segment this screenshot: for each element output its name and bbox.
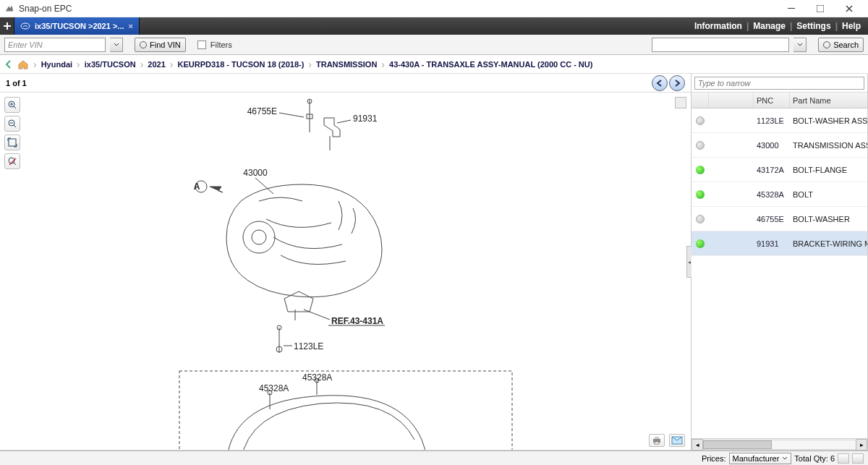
chevron-down-icon <box>114 43 119 47</box>
part-pnc: 1123LE <box>754 116 790 125</box>
window-close-button[interactable] <box>835 0 864 17</box>
prices-dropdown[interactable]: Manufacturer <box>729 453 792 464</box>
status-grid-button[interactable] <box>838 453 849 464</box>
parts-row[interactable]: 91931BRACKET-WIRING MTG <box>692 231 867 256</box>
diagram-options-button[interactable] <box>675 97 686 108</box>
print-button[interactable] <box>649 434 665 447</box>
search-icon <box>823 41 830 48</box>
tab-close-button[interactable]: × <box>129 22 133 30</box>
vin-dropdown-button[interactable] <box>110 38 123 52</box>
part-pnc: 91931 <box>754 239 790 248</box>
hyundai-tab-icon <box>20 22 30 30</box>
breadcrumb-item[interactable]: 43-430A - TRANSAXLE ASSY-MANUAL (2000 CC… <box>389 60 592 69</box>
status-export-button[interactable] <box>852 453 864 464</box>
home-icon[interactable] <box>17 59 29 70</box>
zoom-out-icon <box>7 119 17 129</box>
status-dot-icon <box>696 116 705 125</box>
status-dot-icon <box>696 239 705 248</box>
menu-help[interactable]: Help <box>842 21 861 31</box>
arrow-left-icon <box>656 80 663 87</box>
status-dot-icon <box>696 141 705 150</box>
header-pnc[interactable]: PNC <box>754 93 790 108</box>
menu-settings[interactable]: Settings <box>796 21 830 31</box>
part-name: BOLT-WASHER <box>790 215 867 223</box>
chevron-down-icon <box>782 456 788 461</box>
tab-active[interactable]: ix35/TUCSON >2021 >... × <box>14 17 140 35</box>
parts-filter-input[interactable] <box>694 77 864 90</box>
window-minimize-button[interactable] <box>777 0 806 17</box>
search-button[interactable]: Search <box>818 38 864 52</box>
zoom-in-button[interactable] <box>4 97 20 113</box>
toolbar: Enter VIN Find VIN Filters Search <box>0 35 868 55</box>
email-button[interactable] <box>669 434 685 447</box>
clear-zoom-button[interactable] <box>4 153 20 169</box>
parts-list-pane: ◂ PNC Part Name 1123LEBOLT-WASHER ASSY43… <box>692 74 868 450</box>
svg-text:REF.43-431A: REF.43-431A <box>331 316 383 326</box>
fit-button[interactable] <box>4 135 20 150</box>
arrow-right-icon <box>673 80 681 87</box>
zoom-out-button[interactable] <box>4 116 20 132</box>
part-name: TRANSMISSION ASSY <box>790 141 867 150</box>
svg-text:45328A: 45328A <box>302 372 332 383</box>
parts-row[interactable]: 43172ABOLT-FLANGE <box>692 158 867 182</box>
svg-text:1123LE: 1123LE <box>294 341 323 351</box>
svg-rect-5 <box>9 139 16 146</box>
header-part-name[interactable]: Part Name <box>790 93 867 108</box>
parts-row[interactable]: 43000TRANSMISSION ASSY <box>692 133 867 158</box>
svg-point-12 <box>252 230 266 244</box>
part-pnc: 46755E <box>754 215 790 223</box>
breadcrumb-item[interactable]: TRANSMISSION <box>316 60 377 69</box>
menu-manage[interactable]: Manage <box>753 21 786 31</box>
parts-row[interactable]: 1123LEBOLT-WASHER ASSY <box>692 108 867 133</box>
diagram-canvas[interactable]: A 46755E 91931 43000 REF.43-431A 1123LE … <box>0 93 691 450</box>
breadcrumb-item[interactable]: Hyundai <box>41 60 72 69</box>
prev-page-button[interactable] <box>652 75 668 91</box>
maximize-icon <box>817 5 824 12</box>
part-name: BOLT-WASHER ASSY <box>790 116 867 125</box>
search-dropdown-button[interactable] <box>793 38 807 52</box>
search-input[interactable] <box>652 38 789 52</box>
chevron-down-icon <box>797 43 803 47</box>
find-vin-button[interactable]: Find VIN <box>135 38 186 52</box>
zoom-reset-icon <box>7 156 17 166</box>
scroll-right-button[interactable]: ▸ <box>856 439 867 451</box>
breadcrumb-item[interactable]: KEURPD318 - TUCSON 18 (2018-) <box>178 60 305 69</box>
breadcrumb-item[interactable]: 2021 <box>148 60 165 69</box>
svg-rect-18 <box>179 371 512 450</box>
printer-icon <box>652 436 662 445</box>
status-bar: Prices: Manufacturer Total Qty: 6 <box>0 451 868 465</box>
back-arrow-icon[interactable] <box>4 59 14 69</box>
scroll-thumb[interactable] <box>703 440 772 449</box>
svg-line-25 <box>279 113 304 117</box>
new-tab-button[interactable] <box>0 17 14 35</box>
diagram-pane: 1 of 1 <box>0 74 692 450</box>
window-maximize-button[interactable] <box>806 0 835 17</box>
breadcrumb-item[interactable]: ix35/TUCSON <box>85 60 136 69</box>
fit-icon <box>7 137 17 148</box>
part-name: BRACKET-WIRING MTG <box>790 239 867 248</box>
vin-input[interactable]: Enter VIN <box>4 38 106 52</box>
tab-bar: ix35/TUCSON >2021 >... × Information| Ma… <box>0 17 868 35</box>
menu-information[interactable]: Information <box>694 21 742 31</box>
parts-horizontal-scrollbar[interactable]: ◂ ▸ <box>692 438 867 450</box>
search-icon <box>140 41 147 48</box>
filters-checkbox[interactable] <box>197 40 206 49</box>
status-dot-icon <box>696 166 705 174</box>
part-pnc: 43172A <box>754 166 790 174</box>
svg-text:45328A: 45328A <box>259 383 289 393</box>
scroll-track[interactable] <box>703 440 856 450</box>
next-page-button[interactable] <box>669 75 685 91</box>
collapse-handle[interactable]: ◂ <box>686 246 692 278</box>
svg-rect-38 <box>655 437 659 439</box>
parts-row[interactable]: 46755EBOLT-WASHER <box>692 207 867 231</box>
parts-table-header: PNC Part Name <box>692 93 867 108</box>
diagram-footer-icons <box>649 434 685 447</box>
parts-row[interactable]: 45328ABOLT <box>692 182 867 207</box>
part-pnc: 43000 <box>754 141 790 150</box>
part-name: BOLT <box>790 190 867 199</box>
content-area: 1 of 1 <box>0 74 868 451</box>
scroll-left-button[interactable]: ◂ <box>692 439 703 451</box>
filters-label: Filters <box>210 40 232 49</box>
zoom-in-icon <box>7 100 17 110</box>
mail-icon <box>671 436 683 445</box>
